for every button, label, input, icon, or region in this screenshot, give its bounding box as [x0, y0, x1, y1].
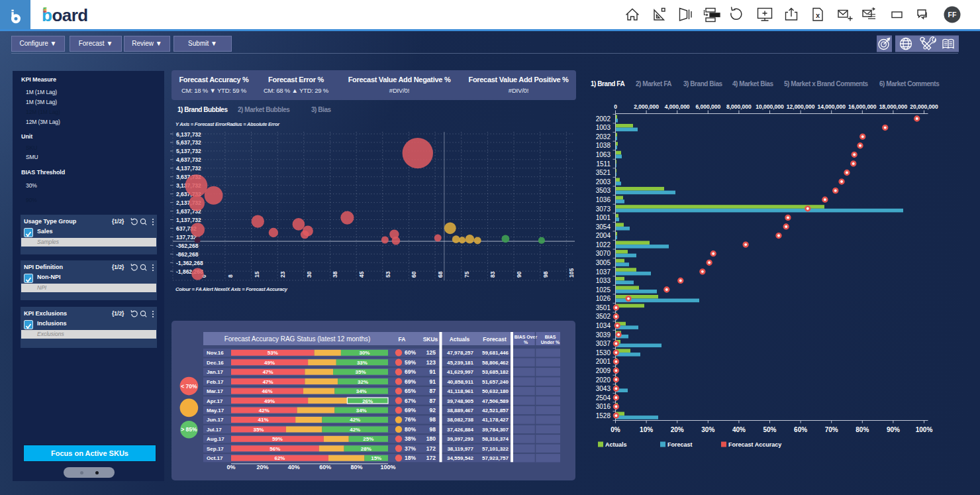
svg-text:59%: 59% [272, 436, 283, 442]
svg-text:41,118,961: 41,118,961 [447, 388, 473, 394]
svg-text:37,426,884: 37,426,884 [447, 427, 474, 433]
svg-text:Feb.17: Feb.17 [207, 379, 224, 385]
svg-text:3037: 3037 [596, 340, 611, 347]
svg-text:Actuals: Actuals [450, 336, 470, 343]
svg-text:1003: 1003 [596, 124, 611, 131]
svg-text:26%: 26% [362, 398, 373, 404]
svg-text:Oct.17: Oct.17 [207, 455, 223, 461]
svg-text:1034: 1034 [596, 322, 611, 329]
svg-text:Nov.16: Nov.16 [207, 350, 224, 356]
svg-text:47%: 47% [263, 379, 273, 385]
svg-text:38,119,977: 38,119,977 [447, 446, 473, 452]
svg-text:59%: 59% [405, 359, 416, 366]
svg-text:98: 98 [430, 426, 436, 433]
svg-text:42,521,857: 42,521,857 [482, 408, 509, 413]
svg-text:Forecast: Forecast [667, 441, 693, 448]
svg-text:30%: 30% [359, 350, 369, 356]
svg-text:2001: 2001 [596, 358, 611, 365]
svg-text:Jun.17: Jun.17 [207, 417, 224, 423]
svg-text:4,000,000: 4,000,000 [665, 103, 690, 110]
svg-text:69%: 69% [405, 378, 416, 385]
svg-text:98: 98 [542, 271, 549, 278]
svg-text:39,397,293: 39,397,293 [447, 436, 474, 442]
svg-text:69%: 69% [405, 368, 416, 375]
svg-text:3054: 3054 [596, 223, 611, 231]
svg-text:< 70%: < 70% [181, 383, 197, 390]
svg-text:0%: 0% [611, 426, 620, 433]
svg-text:100%: 100% [380, 464, 395, 470]
svg-text:1511: 1511 [596, 160, 611, 168]
svg-text:-862,268: -862,268 [176, 251, 199, 258]
svg-text:76%: 76% [405, 416, 416, 423]
svg-text:42%: 42% [350, 427, 360, 433]
svg-text:2002: 2002 [596, 115, 611, 123]
svg-text:18%: 18% [405, 455, 416, 461]
svg-text:39,748,905: 39,748,905 [447, 398, 474, 404]
svg-text:51,657,240: 51,657,240 [482, 379, 509, 385]
svg-text:47,978,257: 47,978,257 [447, 350, 474, 356]
svg-text:33%: 33% [357, 360, 368, 366]
svg-text:2,000,000: 2,000,000 [634, 103, 659, 110]
svg-text:35%: 35% [356, 369, 366, 375]
svg-text:20%: 20% [671, 426, 684, 433]
svg-text:53: 53 [385, 271, 391, 278]
svg-text:45: 45 [358, 271, 365, 278]
svg-text:49%: 49% [264, 360, 275, 366]
svg-text:8,000,000: 8,000,000 [726, 103, 752, 110]
svg-text:28%: 28% [361, 446, 371, 452]
svg-text:2504: 2504 [596, 394, 611, 402]
svg-text:1,137,732: 1,137,732 [176, 217, 201, 223]
svg-text:41%: 41% [258, 417, 269, 423]
svg-text:15: 15 [254, 271, 260, 278]
svg-text:40%: 40% [288, 464, 300, 470]
svg-text:50,632,180: 50,632,180 [482, 388, 509, 394]
svg-text:3073: 3073 [596, 205, 611, 213]
svg-text:23: 23 [279, 271, 286, 278]
svg-text:1033: 1033 [596, 277, 611, 284]
svg-text:SKUs: SKUs [423, 336, 438, 343]
svg-text:0: 0 [614, 103, 617, 110]
svg-text:1037: 1037 [596, 268, 611, 276]
svg-text:57,101,322: 57,101,322 [482, 446, 509, 452]
svg-text:14,000,000: 14,000,000 [817, 103, 846, 110]
svg-text:80%: 80% [856, 426, 869, 433]
svg-text:56%: 56% [270, 446, 280, 452]
svg-text:60%: 60% [319, 464, 331, 470]
svg-text:1530: 1530 [596, 349, 611, 357]
svg-text:Under %: Under % [541, 340, 560, 345]
svg-text:6,137,732: 6,137,732 [176, 131, 201, 138]
svg-text:5,637,732: 5,637,732 [176, 139, 201, 146]
svg-text:3070: 3070 [596, 250, 611, 257]
svg-text:2003: 2003 [596, 178, 611, 186]
svg-text:47,506,589: 47,506,589 [482, 398, 509, 404]
svg-text:Jul.17: Jul.17 [207, 427, 222, 433]
svg-text:91: 91 [430, 368, 436, 375]
svg-text:34,559,542: 34,559,542 [447, 455, 474, 461]
svg-text:1038: 1038 [596, 142, 611, 149]
svg-text:1036: 1036 [596, 196, 611, 203]
svg-text:May.17: May.17 [207, 408, 224, 413]
svg-text:87: 87 [430, 388, 436, 394]
svg-text:123: 123 [426, 359, 436, 366]
svg-text:69%: 69% [405, 407, 416, 413]
svg-text:2032: 2032 [596, 133, 611, 140]
svg-text:3502: 3502 [596, 313, 611, 320]
svg-text:-1,362,268: -1,362,268 [176, 260, 203, 266]
svg-text:5,137,732: 5,137,732 [176, 148, 201, 154]
svg-text:8: 8 [227, 274, 234, 278]
svg-text:2009: 2009 [596, 367, 611, 374]
svg-text:100%: 100% [916, 426, 933, 433]
svg-text:Apr.17: Apr.17 [207, 398, 223, 404]
svg-text:3501: 3501 [596, 304, 611, 311]
svg-text:92: 92 [430, 407, 436, 413]
svg-text:Forecast: Forecast [483, 336, 507, 343]
svg-text:47%: 47% [263, 369, 273, 375]
svg-text:34%: 34% [356, 388, 367, 394]
svg-text:35%: 35% [253, 427, 264, 433]
svg-text:38,082,738: 38,082,738 [447, 417, 474, 423]
svg-text:1063: 1063 [596, 151, 611, 158]
svg-text:1026: 1026 [596, 295, 611, 302]
svg-text:12,000,000: 12,000,000 [787, 103, 815, 110]
svg-text:125: 125 [426, 349, 436, 356]
svg-text:65%: 65% [405, 388, 416, 394]
